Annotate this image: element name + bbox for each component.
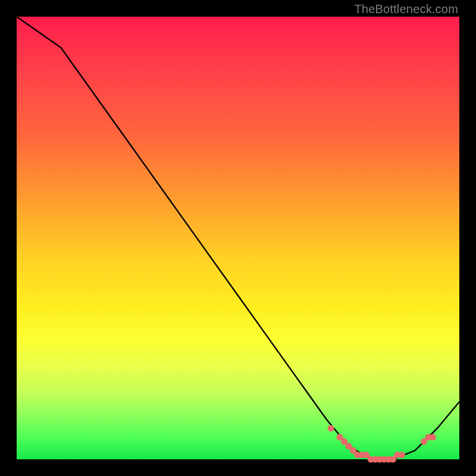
bottleneck-curve [17, 17, 459, 459]
marker-group [328, 425, 436, 462]
chart-frame: TheBottleneck.com [0, 0, 476, 476]
attribution-text: TheBottleneck.com [354, 2, 458, 16]
data-marker [399, 452, 405, 458]
curve-layer [17, 17, 459, 459]
data-marker [430, 434, 436, 440]
plot-area [17, 17, 459, 459]
data-marker [328, 425, 334, 431]
